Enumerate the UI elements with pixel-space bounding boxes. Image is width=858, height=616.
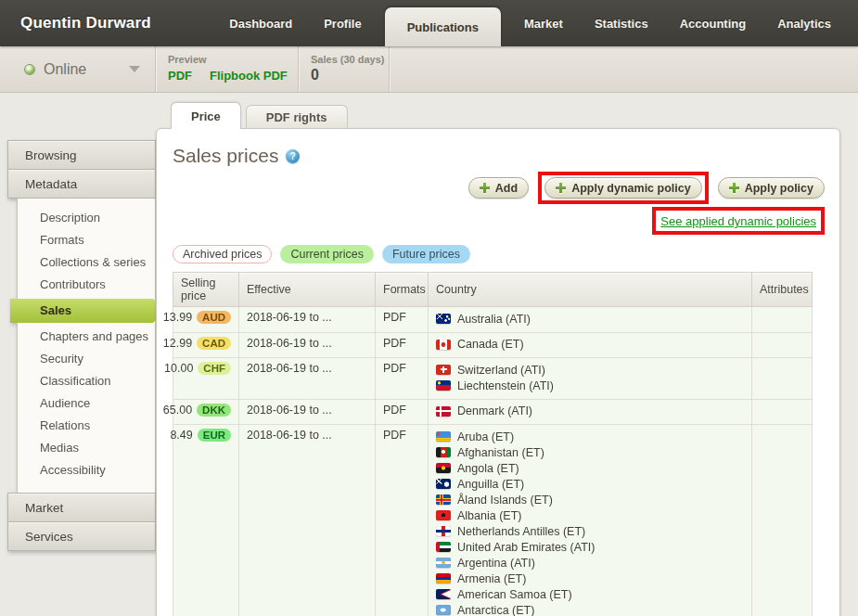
sidebar-item-contributors[interactable]: Contributors [18, 274, 155, 296]
flag-icon-as [436, 589, 451, 599]
metadata-subpanel: DescriptionFormatsCollections & seriesCo… [17, 199, 156, 494]
country-item-armenia-et: Armenia (ET) [436, 572, 744, 585]
preview-flipbook-pdf-link[interactable]: Flipbook PDF [210, 69, 288, 83]
currency-badge-eur: EUR [198, 429, 231, 442]
price-value: 65.00 [163, 404, 192, 417]
flag-icon-ca [436, 340, 451, 350]
action-buttons-row: AddApply dynamic policyApply policy [173, 172, 825, 204]
country-name: Angola (ET) [457, 462, 519, 475]
preview-pdf-link[interactable]: PDF [168, 69, 192, 83]
sidebar-section-market[interactable]: Market [7, 493, 156, 522]
table-row: 65.00DKK2018-06-19 to ...PDFDenmark (ATI… [173, 399, 813, 425]
country-name: Switzerland (ATI) [457, 364, 545, 377]
button-apply-policy[interactable]: Apply policy [718, 177, 825, 199]
country-name: American Samoa (ET) [457, 588, 572, 601]
nav-item-analytics[interactable]: Analytics [762, 17, 847, 31]
price-value: 10.00 [164, 362, 193, 375]
country-name: Antarctica (ET) [457, 604, 534, 616]
sidebar-item-sales[interactable]: Sales [10, 299, 164, 323]
price-panel: Sales prices ? AddApply dynamic policyAp… [156, 128, 840, 616]
cell-attributes [752, 399, 813, 425]
cell-formats: PDF [376, 399, 429, 425]
cell-country: Switzerland (ATI)Liechtenstein (ATI) [429, 358, 752, 400]
cell-attributes [752, 358, 813, 400]
status-label: Online [44, 61, 86, 78]
sidebar-item-chapters-and-pages[interactable]: Chapters and pages [18, 326, 155, 348]
table-row: 10.00CHF2018-06-19 to ...PDFSwitzerland … [173, 358, 813, 400]
page-title: Sales prices [173, 145, 278, 167]
button-apply-dynamic-policy[interactable]: Apply dynamic policy [544, 177, 702, 199]
cell-effective: 2018-06-19 to ... [239, 399, 376, 425]
country-item-albania-et: Albania (ET) [436, 509, 744, 522]
cell-effective: 2018-06-19 to ... [239, 425, 376, 616]
flag-icon-ch [436, 365, 451, 375]
filter-archived-prices[interactable]: Archived prices [173, 245, 272, 263]
sales-prices-table: Selling priceEffectiveFormatsCountryAttr… [173, 272, 813, 616]
cell-attributes [752, 425, 813, 616]
top-navigation: Quentin Durward DashboardProfilePublicat… [0, 0, 858, 46]
cell-country: Canada (ET) [429, 332, 752, 358]
country-name: United Arab Emirates (ATI) [457, 541, 595, 554]
column-header-attributes: Attributes [752, 273, 813, 307]
button-label-apply-dynamic-policy: Apply dynamic policy [571, 182, 691, 195]
sales-30-days-section: Sales (30 days) 0 [299, 46, 390, 92]
sidebar: BrowsingMetadata DescriptionFormatsColle… [7, 141, 156, 551]
flag-icon-aq [436, 605, 451, 615]
status-dropdown[interactable]: Online [0, 46, 156, 92]
flag-icon-dk [436, 406, 451, 417]
tab-price[interactable]: Price [171, 102, 241, 129]
sidebar-item-medias[interactable]: Medias [18, 437, 155, 459]
help-icon[interactable]: ? [286, 149, 300, 163]
sidebar-item-formats[interactable]: Formats [18, 229, 155, 251]
button-label-apply-policy: Apply policy [745, 182, 813, 195]
cell-formats: PDF [376, 307, 429, 333]
country-item-afghanistan-et: Afghanistan (ET) [436, 446, 744, 459]
table-row: 8.49EUR2018-06-19 to ...PDFAruba (ET)Afg… [173, 425, 813, 616]
sidebar-item-relations[interactable]: Relations [18, 415, 155, 437]
nav-item-accounting[interactable]: Accounting [664, 17, 762, 31]
chevron-down-icon[interactable] [129, 66, 140, 72]
country-item-canada-et: Canada (ET) [436, 338, 744, 351]
flag-icon-ai [436, 479, 451, 489]
sidebar-item-collections-series[interactable]: Collections & series [18, 251, 155, 274]
country-item-argentina-ati: Argentina (ATI) [436, 557, 744, 570]
annotation-box-apply-dynamic-policy: Apply dynamic policy [538, 172, 709, 204]
button-add[interactable]: Add [468, 177, 529, 199]
sidebar-item-description[interactable]: Description [18, 207, 155, 229]
sidebar-item-audience[interactable]: Audience [18, 392, 155, 415]
table-header-row: Selling priceEffectiveFormatsCountryAttr… [173, 273, 813, 307]
flag-icon-li [436, 380, 451, 391]
sidebar-section-browsing[interactable]: Browsing [7, 140, 156, 170]
column-header-effective: Effective [239, 273, 376, 307]
country-name: Anguilla (ET) [457, 478, 524, 491]
country-item-anguilla-et: Anguilla (ET) [436, 478, 744, 491]
filter-future-prices[interactable]: Future prices [382, 245, 470, 263]
sidebar-item-security[interactable]: Security [18, 348, 155, 370]
currency-badge-cad: CAD [197, 337, 231, 350]
filter-current-prices[interactable]: Current prices [280, 245, 374, 263]
sidebar-item-classification[interactable]: Classification [18, 370, 155, 392]
sidebar-section-metadata[interactable]: Metadata [7, 169, 156, 199]
sidebar-item-accessibility[interactable]: Accessibility [18, 459, 155, 481]
cell-country: Aruba (ET)Afghanistan (ET)Angola (ET)Ang… [429, 425, 752, 616]
sidebar-section-services[interactable]: Services [7, 521, 156, 551]
column-header-country: Country [429, 273, 752, 307]
tab-pdf-rights[interactable]: PDF rights [246, 105, 348, 128]
cell-country: Denmark (ATI) [429, 399, 752, 425]
nav-item-dashboard[interactable]: Dashboard [213, 17, 308, 31]
annotation-box-see-link: See applied dynamic policies [652, 207, 825, 235]
country-name: Australia (ATI) [457, 313, 531, 326]
main-menu: DashboardProfilePublicationsMarketStatis… [213, 0, 858, 46]
tab-publications[interactable]: Publications [385, 7, 501, 46]
country-item-american-samoa-et: American Samoa (ET) [436, 588, 744, 601]
column-header-selling-price: Selling price [173, 273, 239, 307]
content-tabs: PricePDF rights [156, 102, 840, 128]
column-header-formats: Formats [376, 273, 429, 307]
see-applied-dynamic-policies-link[interactable]: See applied dynamic policies [660, 214, 816, 228]
nav-item-profile[interactable]: Profile [308, 17, 377, 31]
nav-item-market[interactable]: Market [508, 17, 579, 31]
country-name: Denmark (ATI) [457, 404, 532, 417]
nav-item-statistics[interactable]: Statistics [579, 17, 664, 31]
flag-icon-ae [436, 542, 451, 552]
flag-icon-aw [436, 431, 451, 442]
